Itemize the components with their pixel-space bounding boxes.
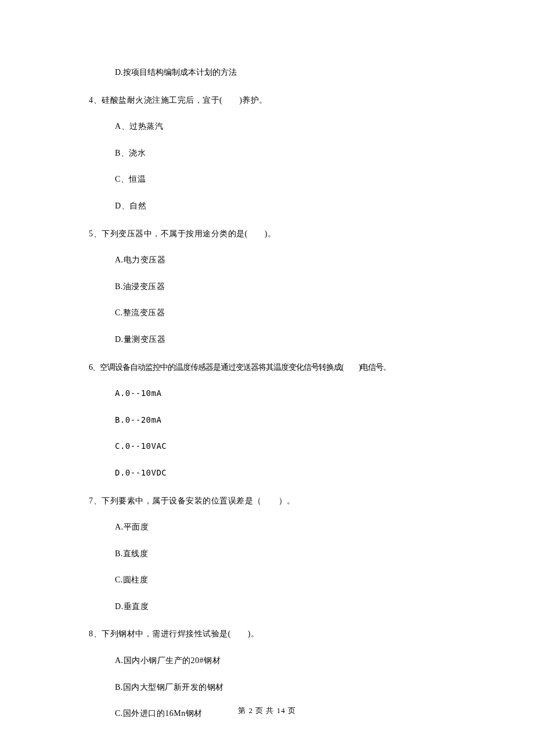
question-stem: 硅酸盐耐火浇注施工完后，宜于( )养护。: [102, 96, 268, 105]
option-a: A.平面度: [89, 521, 457, 533]
question-7: 7、下列要素中，属于设备安装的位置误差是（ ）。 A.平面度 B.直线度 C.圆…: [89, 495, 457, 613]
option-b: B.国内大型钢厂新开发的钢材: [89, 682, 457, 693]
option-d: D、自然: [89, 200, 457, 212]
question-stem: 下列钢材中，需进行焊接性试验是( )。: [102, 629, 259, 638]
option-a: A、过热蒸汽: [89, 121, 457, 132]
question-number: 7: [89, 496, 93, 505]
question-5: 5、下列变压器中，不属于按用途分类的是( )。 A.电力变压器 B.油浸变压器 …: [89, 228, 457, 345]
option-c: C.圆柱度: [89, 574, 457, 586]
option-a: A.0--10mA: [89, 388, 457, 399]
question-text: 5、下列变压器中，不属于按用途分类的是( )。: [89, 228, 457, 240]
page-content: D.按项目结构编制成本计划的方法 4、硅酸盐耐火浇注施工完后，宜于( )养护。 …: [0, 0, 534, 719]
question-text: 7、下列要素中，属于设备安装的位置误差是（ ）。: [89, 495, 457, 507]
question-6: 6、空调设备自动监控中的温度传感器是通过变送器将其温度变化信号转换成( )电信号…: [89, 362, 457, 479]
option-b: B.0--20mA: [89, 415, 457, 426]
option-c: C.0--10VAC: [89, 441, 457, 452]
question-4: 4、硅酸盐耐火浇注施工完后，宜于( )养护。 A、过热蒸汽 B、浇水 C、恒温 …: [89, 95, 457, 212]
option-a: A.电力变压器: [89, 254, 457, 266]
question-number: 5: [89, 229, 93, 238]
previous-question-option: D.按项目结构编制成本计划的方法: [89, 67, 457, 78]
option-d: D.量测变压器: [89, 334, 457, 345]
question-stem: 下列变压器中，不属于按用途分类的是( )。: [102, 229, 276, 238]
question-number: 4: [89, 96, 93, 105]
question-text: 6、空调设备自动监控中的温度传感器是通过变送器将其温度变化信号转换成( )电信号…: [89, 362, 457, 373]
option-b: B、浇水: [89, 147, 457, 159]
option-d: D.0--10VDC: [89, 467, 457, 479]
question-number: 6: [89, 363, 92, 372]
option-c: C、恒温: [89, 174, 457, 185]
page-footer: 第 2 页 共 14 页: [0, 705, 534, 716]
question-stem: 空调设备自动监控中的温度传感器是通过变送器将其温度变化信号转换成( )电信号。: [100, 363, 391, 372]
option-a: A.国内小钢厂生产的20#钢材: [89, 655, 457, 667]
option-b: B.直线度: [89, 548, 457, 560]
question-text: 4、硅酸盐耐火浇注施工完后，宜于( )养护。: [89, 95, 457, 106]
question-text: 8、下列钢材中，需进行焊接性试验是( )。: [89, 628, 457, 640]
option-b: B.油浸变压器: [89, 281, 457, 293]
question-number: 8: [89, 629, 93, 638]
question-stem: 下列要素中，属于设备安装的位置误差是（ ）。: [102, 496, 295, 505]
option-d: D.垂直度: [89, 601, 457, 613]
option-c: C.整流变压器: [89, 307, 457, 319]
